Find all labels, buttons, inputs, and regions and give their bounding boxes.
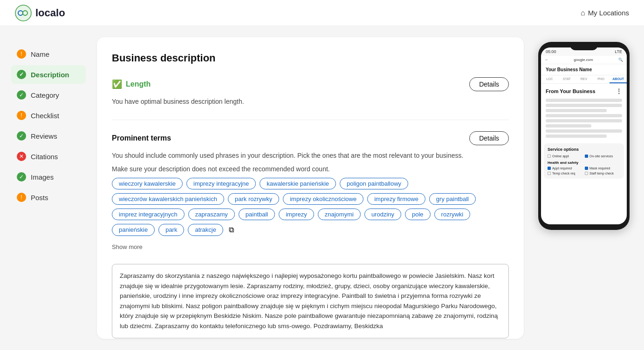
sidebar-item-posts[interactable]: ! Posts (11, 188, 86, 207)
length-section: ✅ Length Details You have optimal busine… (112, 77, 509, 107)
phone-health-item-3: Temp check req (548, 172, 583, 175)
phone-back-icon: ← (545, 58, 548, 62)
phone-address-bar: ← google.com 🔍 (541, 56, 627, 64)
tag-item[interactable]: imprezy integracyjne (186, 178, 256, 189)
phone-tab-reviews[interactable]: REV (575, 75, 593, 83)
phone-health-label-1: Appt required (552, 167, 572, 170)
home-icon: ⌂ (581, 9, 585, 17)
my-locations-link[interactable]: ⌂ My Locations (581, 9, 629, 17)
dot-name: ! (17, 49, 26, 59)
phone-health-safety-title: Health and safety (548, 161, 620, 165)
phone-line-8 (546, 135, 607, 138)
phone-line-2 (546, 104, 622, 107)
length-details-button[interactable]: Details (469, 77, 509, 91)
phone-line-1 (546, 99, 622, 102)
tag-item[interactable]: kawalerskie panieńskie (260, 178, 336, 189)
sidebar-item-checklist[interactable]: ! Checklist (11, 106, 86, 125)
phone-signal: LTE (615, 49, 622, 54)
phone-option-onsite-label: On-site services (589, 155, 613, 158)
phone-health-grid: Appt required Mask required Temp check r… (548, 167, 620, 175)
tag-item[interactable]: zapraszamy (188, 209, 235, 220)
prominent-section-header: Prominent terms Details (112, 131, 509, 145)
dot-description: ✓ (17, 70, 26, 79)
phone-tab-locations[interactable]: LOC (541, 75, 558, 83)
prominent-title: Prominent terms (112, 134, 171, 142)
tags-container: wieczory kawalerskieimprezy integracyjne… (112, 178, 509, 236)
length-section-header: ✅ Length Details (112, 77, 509, 91)
textarea-container[interactable]: Zapraszamy do skorzystania z naszego naj… (112, 264, 509, 338)
tag-item[interactable]: poligon paintballowy (340, 178, 408, 189)
phone-business-name: Your Business Name (541, 64, 627, 75)
sidebar-label-description: Description (31, 71, 69, 79)
phone-from-business-header: From Your Business ⋮ (541, 84, 627, 97)
dot-reviews: ✓ (17, 131, 26, 141)
sidebar-item-category[interactable]: ✓ Category (11, 86, 86, 104)
phone-health-label-4: Staff temp check (589, 172, 614, 175)
tag-item[interactable]: rozrywki (434, 209, 471, 220)
my-locations-label: My Locations (588, 9, 629, 17)
phone-health-label-3: Temp check req (552, 172, 575, 175)
phone-option-online: Online appt (548, 155, 583, 158)
tag-item[interactable]: gry paintball (429, 193, 476, 205)
length-description: You have optimal business description le… (112, 97, 509, 107)
tag-item[interactable]: wieczorów kawalerskich panieńskich (112, 193, 224, 205)
length-check-icon: ✅ (112, 79, 122, 89)
phone-tabs: LOC STAT REV PHO ABOUT (541, 75, 627, 84)
phone-line-4 (546, 114, 622, 117)
tag-item[interactable]: atrakcje (188, 224, 223, 236)
phone-address: google.com (550, 58, 617, 62)
tag-item[interactable]: panieńskie (112, 224, 155, 236)
phone-health-item-1: Appt required (548, 167, 583, 170)
tag-item[interactable]: imprez integracyjnych (112, 209, 185, 220)
sidebar-item-reviews[interactable]: ✓ Reviews (11, 127, 86, 145)
tag-item[interactable]: pole (405, 209, 431, 220)
phone-tab-statistics[interactable]: STAT (558, 75, 575, 83)
sidebar-item-description[interactable]: ✓ Description (11, 65, 86, 84)
sidebar-label-citations: Citations (31, 153, 58, 161)
logo[interactable]: localo (15, 5, 65, 21)
phone-health-cb-3 (548, 172, 551, 175)
sidebar-label-name: Name (31, 50, 49, 58)
sidebar-item-citations[interactable]: ✕ Citations (11, 147, 86, 166)
phone-health-item-4: Staff temp check (585, 172, 620, 175)
phone-line-7 (546, 129, 622, 133)
dot-images: ✓ (17, 172, 26, 182)
tag-item[interactable]: park (158, 224, 184, 236)
phone-checkbox-onsite (585, 155, 588, 158)
copy-icon[interactable]: ⧉ (227, 224, 236, 236)
tag-item[interactable]: znajomymi (318, 209, 361, 220)
tag-item[interactable]: imprezy (279, 209, 314, 220)
phone-line-5 (546, 119, 622, 122)
header: localo ⌂ My Locations (0, 0, 644, 26)
tag-item[interactable]: imprezy firmowe (367, 193, 425, 205)
phone-health-item-2: Mask required (585, 167, 620, 170)
main-layout: ! Name ✓ Description ✓ Category ! Checkl… (0, 26, 644, 350)
sidebar: ! Name ✓ Description ✓ Category ! Checkl… (11, 37, 86, 339)
show-more-link[interactable]: Show more (112, 243, 143, 250)
tag-item[interactable]: urodziny (364, 209, 401, 220)
dot-citations: ✕ (17, 152, 26, 161)
sidebar-label-reviews: Reviews (31, 132, 57, 140)
phone-outer: 05:00 LTE ← google.com 🔍 Your Business N… (538, 42, 630, 230)
sidebar-item-name[interactable]: ! Name (11, 45, 86, 63)
tag-item[interactable]: imprezy okolicznościowe (283, 193, 363, 205)
phone-option-online-label: Online appt (552, 155, 569, 158)
sidebar-label-images: Images (31, 173, 54, 181)
phone-notch (570, 42, 598, 50)
tag-item[interactable]: paintball (239, 209, 275, 220)
dot-posts: ! (17, 193, 26, 202)
sidebar-label-posts: Posts (31, 194, 48, 202)
sidebar-item-images[interactable]: ✓ Images (11, 168, 86, 186)
phone-tab-photos[interactable]: PHO (592, 75, 610, 83)
prominent-details-button[interactable]: Details (469, 131, 509, 145)
phone-tab-about[interactable]: ABOUT (610, 75, 627, 83)
prominent-desc-2: Make sure your description does not exce… (112, 164, 509, 174)
phone-more-icon: ⋮ (616, 88, 622, 95)
tag-item[interactable]: park rozrywky (228, 193, 279, 205)
phone-line-6 (546, 124, 591, 128)
dot-category: ✓ (17, 90, 26, 100)
prominent-desc-1: You should include commonly used phrases… (112, 151, 509, 161)
phone-health-label-2: Mask required (589, 167, 610, 170)
tag-item[interactable]: wieczory kawalerskie (112, 178, 183, 189)
phone-line-3 (546, 109, 607, 112)
